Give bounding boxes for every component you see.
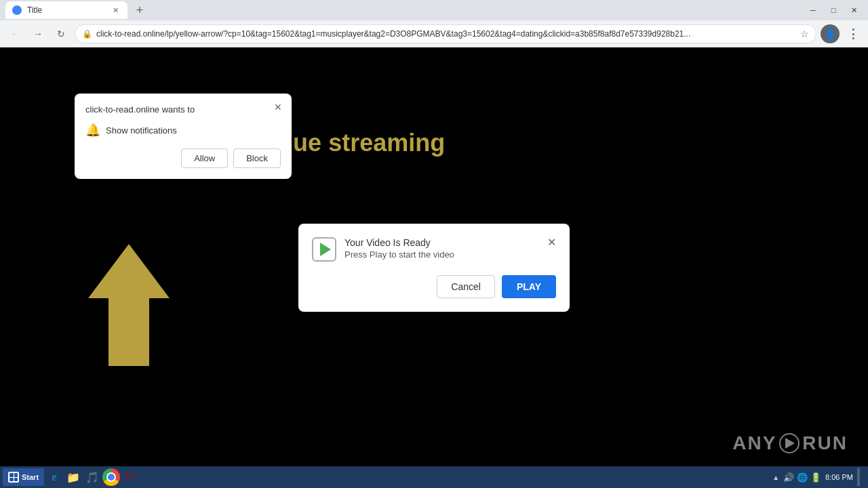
tab-close-button[interactable]: ✕	[110, 5, 121, 16]
taskbar-security-icon[interactable]: 🛡	[121, 468, 139, 486]
arrow-up	[88, 244, 170, 366]
anyrun-text-run: RUN	[802, 432, 848, 454]
menu-button[interactable]: ⋮	[844, 24, 863, 43]
tray-icons: 🔊 🌐 🔋	[783, 472, 821, 483]
folder-icon: 📁	[66, 471, 80, 484]
notification-close-button[interactable]: ✕	[271, 100, 285, 114]
system-clock[interactable]: 8:06 PM	[825, 473, 853, 481]
notification-popup: ✕ click-to-read.online wants to 🔔 Show n…	[75, 94, 292, 179]
tray-expand-icon[interactable]: ▲	[772, 474, 779, 481]
chrome-logo	[102, 468, 120, 486]
taskbar-folder-icon[interactable]: 📁	[64, 468, 82, 486]
network-icon[interactable]: 🌐	[797, 472, 808, 483]
media-player-icon: 🎵	[85, 471, 99, 484]
notification-body: 🔔 Show notifications	[85, 123, 281, 138]
page-content: k "Allow" to continue streaming ✕ click-…	[0, 47, 868, 488]
video-ready-title: Your Video Is Ready	[344, 237, 539, 248]
lock-icon: 🔒	[82, 29, 92, 39]
youtube-icon	[312, 237, 336, 262]
show-desktop-button[interactable]	[857, 468, 860, 486]
ie-logo: e	[52, 471, 57, 483]
address-bar[interactable]: click-to-read.online/lp/yellow-arrow/?cp…	[96, 29, 796, 39]
forward-button[interactable]: →	[28, 24, 47, 43]
active-tab[interactable]: Title ✕	[5, 1, 127, 19]
close-button[interactable]: ✕	[845, 3, 863, 17]
profile-icon[interactable]: 👤	[821, 24, 840, 43]
video-ready-subtitle: Press Play to start the video	[344, 249, 539, 260]
battery-icon[interactable]: 🔋	[810, 472, 821, 483]
notification-description: Show notifications	[106, 125, 177, 136]
new-tab-button[interactable]: +	[130, 1, 149, 20]
minimize-button[interactable]: ─	[804, 3, 822, 17]
maximize-button[interactable]: □	[825, 3, 842, 17]
play-button[interactable]: PLAY	[502, 275, 556, 298]
browser-window: Title ✕ + ─ □ ✕ ← → ↻ 🔒 click-to-read.on…	[0, 0, 868, 488]
video-popup-text: Your Video Is Ready Press Play to start …	[344, 237, 539, 260]
anyrun-watermark: ANY RUN	[732, 432, 848, 454]
nav-bar: ← → ↻ 🔒 click-to-read.online/lp/yellow-a…	[0, 20, 868, 47]
video-popup-close-button[interactable]: ✕	[547, 237, 556, 248]
volume-icon[interactable]: 🔊	[783, 472, 794, 483]
notification-buttons: Allow Block	[85, 148, 281, 168]
back-button[interactable]: ←	[5, 24, 24, 43]
tab-title: Title	[27, 5, 104, 15]
start-label: Start	[22, 473, 39, 481]
video-popup: Your Video Is Ready Press Play to start …	[298, 224, 570, 312]
allow-button[interactable]: Allow	[181, 148, 228, 168]
video-popup-header: Your Video Is Ready Press Play to start …	[312, 237, 556, 262]
bookmark-icon[interactable]: ☆	[800, 28, 809, 39]
video-popup-buttons: Cancel PLAY	[312, 275, 556, 298]
tab-bar: Title ✕ +	[5, 1, 804, 20]
title-bar: Title ✕ + ─ □ ✕	[0, 0, 868, 20]
address-bar-container[interactable]: 🔒 click-to-read.online/lp/yellow-arrow/?…	[75, 24, 816, 43]
block-button[interactable]: Block	[233, 148, 281, 168]
tab-favicon	[12, 5, 22, 15]
taskbar-media-icon[interactable]: 🎵	[83, 468, 101, 486]
windows-logo	[8, 472, 19, 483]
notification-title: click-to-read.online wants to	[85, 104, 281, 115]
anyrun-play-icon	[779, 433, 800, 453]
anyrun-text-any: ANY	[732, 432, 776, 454]
mcafee-icon: 🛡	[125, 471, 136, 483]
taskbar-chrome-icon[interactable]	[102, 468, 120, 486]
window-controls: ─ □ ✕	[804, 3, 863, 17]
taskbar: Start e 📁 🎵 🛡 ▲ 🔊 🌐 🔋 8:06 PM	[0, 466, 868, 488]
system-tray: ▲ 🔊 🌐 🔋 8:06 PM	[767, 468, 865, 486]
refresh-button[interactable]: ↻	[52, 24, 71, 43]
taskbar-ie-icon[interactable]: e	[45, 468, 63, 486]
cancel-button[interactable]: Cancel	[437, 275, 495, 298]
bell-icon: 🔔	[85, 123, 100, 138]
start-button[interactable]: Start	[3, 468, 44, 486]
